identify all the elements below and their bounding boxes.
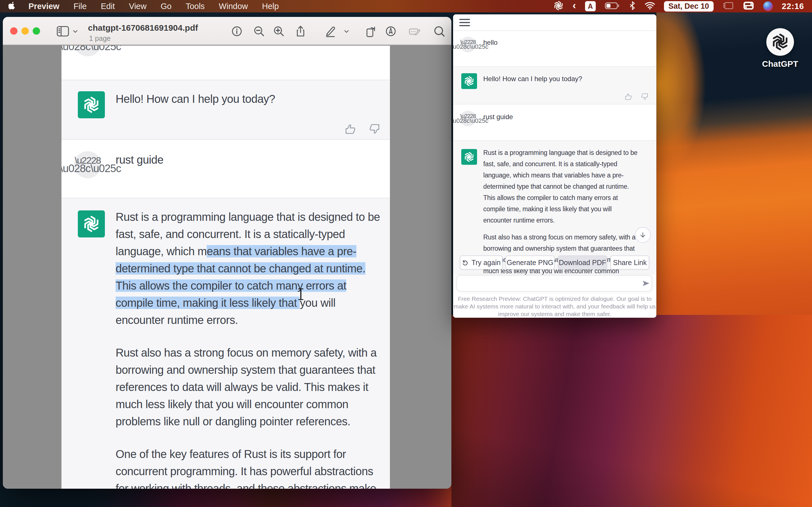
text-cursor (298, 288, 303, 301)
menu-item-file[interactable]: File (66, 2, 94, 11)
try-again-button[interactable]: Try again (460, 256, 503, 270)
chatgpt-app-icon[interactable] (766, 28, 794, 56)
document-title: chatgpt-1670681691904.pdf (88, 23, 198, 33)
pdf-reply-paragraph-2[interactable]: Rust also has a strong focus on memory s… (116, 344, 377, 430)
menu-bar-left: Preview File Edit View Go Tools Window H… (0, 1, 286, 11)
share-link-button[interactable]: Share Link (610, 256, 649, 270)
zoom-out-icon[interactable] (253, 25, 266, 38)
user-avatar: \u2228 b\u028c\u025c (460, 111, 476, 126)
menu-app-name[interactable]: Preview (21, 2, 66, 11)
chat-row-user-prompt: \u2228 b\u028c\u025c rust guide (453, 105, 656, 140)
thumbs-down-icon[interactable] (641, 93, 649, 101)
user-avatar: \u2228 b\u028c\u025c (460, 37, 476, 52)
chat-user-message: hello (483, 39, 498, 47)
apple-menu-icon[interactable] (8, 1, 21, 11)
preview-content-area: \u2228 b\u028c\u025c Hello! How can I he… (3, 46, 451, 489)
chatgpt-window: \u2228 b\u028c\u025c hello Hello! How ca… (453, 14, 656, 318)
collapse-chevron-icon[interactable]: ‹ (573, 1, 576, 11)
input-source-indicator[interactable]: A (585, 1, 596, 11)
thumbs-up-icon (345, 123, 356, 135)
generate-png-button[interactable]: Generate PNG (506, 256, 555, 270)
menu-item-window[interactable]: Window (212, 2, 255, 11)
bluetooth-icon[interactable] (629, 1, 636, 11)
zoom-window-button[interactable] (33, 27, 40, 35)
chatgpt-avatar (78, 210, 105, 237)
desktop-wallpaper-bottom (451, 315, 812, 507)
chatgpt-avatar (78, 91, 105, 118)
chatgpt-avatar (461, 149, 477, 165)
minimize-button[interactable] (21, 27, 29, 35)
pdf-row-user-hello: \u2228 b\u028c\u025c (61, 46, 390, 80)
user-avatar: \u2228 b\u028c\u025c (74, 151, 101, 178)
close-button[interactable] (10, 27, 17, 35)
chat-user-message: rust guide (483, 113, 513, 121)
siri-icon[interactable] (763, 1, 773, 11)
sidebar-chevron-icon[interactable] (70, 25, 80, 38)
menu-bar: Preview File Edit View Go Tools Window H… (0, 0, 812, 12)
menu-item-go[interactable]: Go (154, 2, 179, 11)
info-icon[interactable] (231, 25, 243, 38)
preview-title-bar[interactable]: chatgpt-1670681691904.pdf 1 page (3, 17, 451, 45)
chat-reply-part1: Rust is a programming language that is d… (483, 147, 638, 226)
chat-assistant-message: Hello! How can I help you today? (483, 75, 582, 83)
pdf-row-assistant-reply: Rust is a programming language that is d… (61, 198, 390, 489)
share-icon[interactable] (294, 25, 307, 38)
rotate-icon[interactable] (364, 25, 377, 38)
pdf-row-user-prompt: \u2228 b\u028c\u025c rust guide (61, 139, 390, 198)
date-indicator[interactable]: Sat, Dec 10 (664, 1, 714, 11)
sidebar-toggle-icon[interactable] (56, 25, 69, 38)
battery-icon[interactable] (605, 2, 620, 11)
chat-row-assistant-greeting: Hello! How can I help you today? (453, 66, 656, 105)
menu-item-view[interactable]: View (122, 2, 153, 11)
page-count: 1 page (89, 34, 110, 43)
form-fill-icon (408, 25, 421, 38)
thumbs-up-icon[interactable] (624, 93, 632, 101)
highlight-icon[interactable] (384, 25, 397, 38)
markup-chevron-icon[interactable] (342, 25, 351, 38)
chat-reply-part2: Rust also has a strong focus on memory s… (483, 231, 636, 277)
thumbs-down-icon (368, 123, 380, 135)
pdf-user-prompt-text: rust guide (116, 154, 163, 166)
chat-row-user-hello: \u2228 b\u028c\u025c hello (453, 31, 656, 66)
control-center-icon[interactable] (743, 1, 754, 11)
chatgpt-header (453, 14, 656, 31)
download-pdf-button[interactable]: Download PDF (558, 256, 607, 270)
screen-mirroring-icon[interactable] (723, 1, 734, 11)
desktop-icon-label: ChatGPT (758, 59, 803, 69)
menu-item-help[interactable]: Help (255, 2, 286, 11)
openai-status-icon[interactable] (553, 1, 564, 12)
chatgpt-avatar (461, 73, 477, 89)
pdf-page: \u2228 b\u028c\u025c Hello! How can I he… (61, 46, 390, 489)
menu-bar-status: ‹ A Sat, Dec 10 22:16 (553, 1, 812, 12)
menu-item-tools[interactable]: Tools (179, 2, 212, 11)
pdf-assistant-greeting-text: Hello! How can I help you today? (116, 93, 275, 105)
user-avatar: \u2228 b\u028c\u025c (74, 46, 101, 56)
menu-hamburger-icon[interactable] (459, 19, 470, 28)
send-icon[interactable] (642, 279, 650, 288)
pdf-row-assistant-greeting: Hello! How can I help you today? (61, 80, 390, 139)
message-input[interactable] (456, 275, 652, 291)
desktop-icon-chatgpt[interactable]: ChatGPT (758, 28, 803, 69)
chat-footer-disclaimer: Free Research Preview: ChatGPT is optimi… (453, 295, 656, 318)
pdf-reply-paragraph-1[interactable]: Rust is a programming language that is d… (116, 209, 380, 329)
pdf-reply-paragraph-3[interactable]: One of the key features of Rust is its s… (116, 446, 376, 489)
scroll-to-bottom-button[interactable] (635, 227, 651, 243)
clock-indicator: 22:16 (782, 2, 804, 11)
markup-pencil-icon[interactable] (324, 25, 337, 38)
search-icon[interactable] (433, 25, 446, 38)
wifi-icon[interactable] (645, 2, 655, 11)
zoom-in-icon[interactable] (272, 25, 285, 38)
chat-input-bar: Free Research Preview: ChatGPT is optimi… (453, 275, 656, 318)
preview-window: chatgpt-1670681691904.pdf 1 page \u2228 … (3, 17, 451, 489)
menu-item-edit[interactable]: Edit (94, 2, 122, 11)
